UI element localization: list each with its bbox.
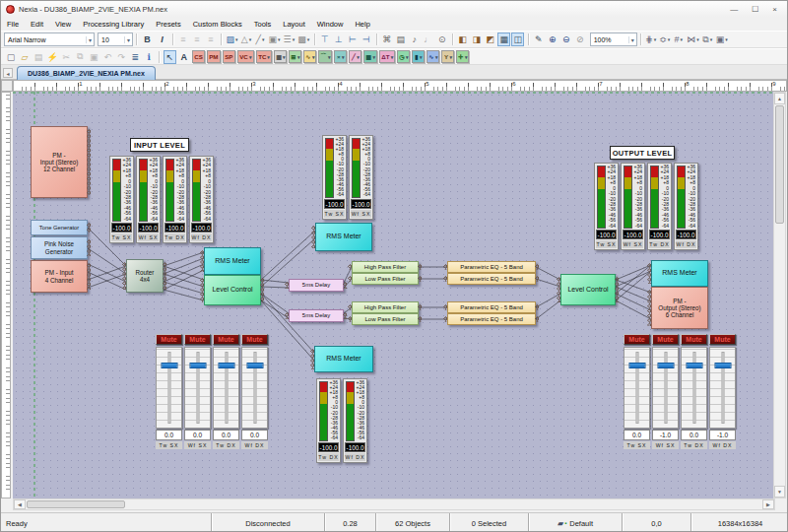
fader-handle[interactable] <box>714 363 731 368</box>
menu-window[interactable]: Window <box>311 19 350 30</box>
mute-button[interactable]: Mute <box>681 334 707 345</box>
menu-tools[interactable]: Tools <box>248 19 278 30</box>
align-text-center-icon[interactable]: ≡ <box>191 33 204 46</box>
dynamics-block-icon[interactable]: ╱▾ <box>349 50 361 63</box>
align-objects-icon[interactable]: ⋕▾ <box>644 33 657 46</box>
zoom-window-icon[interactable]: ⊘ <box>573 33 586 46</box>
menu-presets[interactable]: Presets <box>150 19 186 30</box>
scroll-left-icon[interactable]: ◀ <box>14 499 26 509</box>
fader-value[interactable]: 0.0 <box>241 430 268 440</box>
fader-value[interactable]: 0.0 <box>156 430 182 440</box>
save-icon[interactable]: ▤ <box>33 50 45 64</box>
port-left-icon[interactable]: ⊢ <box>346 33 359 46</box>
text-color-icon[interactable]: ▣▾ <box>268 33 282 46</box>
block-rms-meter-bottom[interactable]: RMS Meter <box>314 346 373 372</box>
meter-block-icon[interactable]: ▮▾ <box>412 50 425 63</box>
space-objects-icon[interactable]: ⋈▾ <box>686 33 700 46</box>
line-style-icon[interactable]: ☰▾ <box>283 33 296 46</box>
block-high-pass-filter-1[interactable]: High Pass Filter <box>352 261 419 273</box>
vc-block-icon[interactable]: VC▾ <box>237 50 254 63</box>
align-text-right-icon[interactable]: ≡ <box>205 33 218 46</box>
menu-layout[interactable]: Layout <box>277 19 311 30</box>
tab-scroll-left-button[interactable]: ◂ <box>3 68 13 78</box>
font-select[interactable]: Arial Narrow▾ <box>4 33 95 46</box>
zoom-in-icon[interactable]: ⊕ <box>546 33 558 46</box>
layout-compile-icon[interactable]: ◩ <box>484 33 496 46</box>
copy-icon[interactable]: ⧉ <box>74 50 87 64</box>
zoom-out-icon[interactable]: ⊖ <box>559 33 572 46</box>
block-parametric-eq-3[interactable]: Parametric EQ - 5 Band <box>447 301 536 313</box>
close-button[interactable]: × <box>772 5 777 14</box>
scroll-down-icon[interactable]: ▼ <box>774 486 785 498</box>
compile-icon[interactable]: ◧ <box>456 33 469 46</box>
fader-slider[interactable] <box>213 347 239 429</box>
text-tool-icon[interactable]: A <box>177 50 191 64</box>
block-delay-2[interactable]: 5ms Delay <box>289 309 344 322</box>
fader-handle[interactable] <box>628 363 645 368</box>
fader-value[interactable]: 0.0 <box>213 430 239 440</box>
order-objects-icon[interactable]: ⧉▾ <box>701 33 714 46</box>
equipment-table-icon[interactable]: ◨ <box>470 33 483 46</box>
scroll-right-icon[interactable]: ▶ <box>762 499 774 509</box>
about-icon[interactable]: ℹ <box>143 50 156 64</box>
block-rms-meter-output[interactable]: RMS Meter <box>651 260 708 287</box>
mute-button[interactable]: Mute <box>652 334 679 345</box>
mute-button[interactable]: Mute <box>709 334 736 345</box>
fader-handle[interactable] <box>161 363 177 368</box>
vertical-scroll-thumb[interactable] <box>775 105 784 224</box>
italic-button[interactable]: I <box>156 33 169 46</box>
audio-on-icon[interactable]: ♪ <box>408 33 421 46</box>
fader-value[interactable]: 0.0 <box>184 430 211 440</box>
network-icon[interactable]: ⌘ <box>380 33 393 46</box>
fader-slider[interactable] <box>624 347 650 429</box>
logic-block-icon[interactable]: ✛▾ <box>456 50 469 63</box>
menu-view[interactable]: View <box>49 19 77 30</box>
match-size-icon[interactable]: #▾ <box>672 33 685 46</box>
fader-slider[interactable] <box>156 347 182 429</box>
mute-button[interactable]: Mute <box>184 334 211 345</box>
port-right-icon[interactable]: ⊣ <box>360 33 372 46</box>
fill-color-icon[interactable]: ▨▾ <box>226 33 239 46</box>
document-tab[interactable]: DU386_BIAMP_2VIE_NEXIA PM.nex <box>17 66 156 80</box>
shape-color-icon[interactable]: △▾ <box>240 33 253 46</box>
menu-edit[interactable]: Edit <box>25 19 49 30</box>
fader-value[interactable]: -1.0 <box>709 430 736 440</box>
fader-handle[interactable] <box>189 363 206 368</box>
print-icon[interactable]: ≣ <box>129 50 142 64</box>
mute-button[interactable]: Mute <box>241 334 268 345</box>
line-color-icon[interactable]: ╱▾ <box>254 33 267 46</box>
cs-block-icon[interactable]: CS <box>192 50 205 63</box>
block-delay-1[interactable]: 5ms Delay <box>289 279 344 292</box>
sp-block-icon[interactable]: SP <box>223 50 235 63</box>
mute-button[interactable]: Mute <box>624 334 650 345</box>
highlight-icon[interactable]: ✎ <box>532 33 545 46</box>
block-high-pass-filter-2[interactable]: High Pass Filter <box>352 301 419 313</box>
generator-block-icon[interactable]: ∿▾ <box>427 50 439 63</box>
block-parametric-eq-2[interactable]: Parametric EQ - 5 Band <box>447 273 536 285</box>
block-parametric-eq-1[interactable]: Parametric EQ - 5 Band <box>447 261 536 273</box>
block-parametric-eq-4[interactable]: Parametric EQ - 5 Band <box>447 313 536 325</box>
mixer-block-icon[interactable]: ⊞▾ <box>289 50 301 63</box>
block-pink-noise-generator[interactable]: Pink Noise Generator <box>31 236 88 259</box>
fader-slider[interactable] <box>709 347 736 429</box>
block-router-4x4[interactable]: Router 4x4 <box>126 259 164 293</box>
vertical-scrollbar[interactable]: ▲ ▼ <box>773 92 786 499</box>
pm-block-icon[interactable]: PM <box>207 50 221 63</box>
fader-value[interactable]: -1.0 <box>652 430 679 440</box>
bold-button[interactable]: B <box>141 33 155 46</box>
split-view-icon[interactable]: ⚡ <box>46 50 59 64</box>
horizontal-scroll-thumb[interactable] <box>27 500 125 508</box>
redo-icon[interactable]: ↷ <box>115 50 128 64</box>
fader-handle[interactable] <box>246 363 263 368</box>
filter-block-icon[interactable]: ⌒▾ <box>318 50 332 63</box>
fader-value[interactable]: 0.0 <box>624 430 650 440</box>
block-rms-meter-input[interactable]: RMS Meter <box>204 247 261 275</box>
block-tone-generator[interactable]: Tone Generator <box>31 220 88 235</box>
menu-help[interactable]: Help <box>349 19 375 30</box>
port-top-icon[interactable]: ⊤ <box>318 33 331 46</box>
block-level-control-output[interactable]: Level Control <box>560 274 616 305</box>
menu-file[interactable]: File <box>1 19 25 30</box>
zoom-level-select[interactable]: 100%▾ <box>590 33 637 46</box>
block-low-pass-filter-2[interactable]: Low Pass Filter <box>352 313 419 325</box>
grid-toggle-icon[interactable]: ▦ <box>497 33 510 46</box>
